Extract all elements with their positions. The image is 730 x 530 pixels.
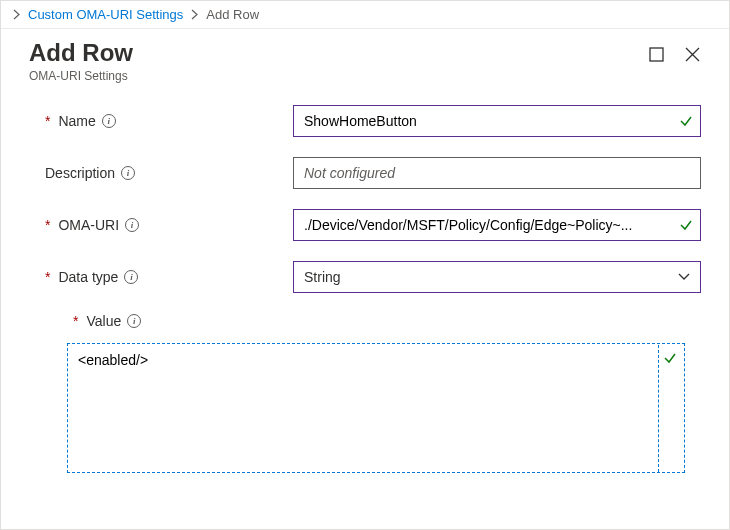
label-oma-uri: OMA-URI [58, 217, 119, 233]
info-icon[interactable]: i [125, 218, 139, 232]
select-value: String [304, 269, 678, 285]
info-icon[interactable]: i [121, 166, 135, 180]
info-icon[interactable]: i [102, 114, 116, 128]
required-asterisk: * [45, 217, 50, 233]
info-icon[interactable]: i [124, 270, 138, 284]
page-subtitle: OMA-URI Settings [29, 69, 133, 83]
panel-header: Add Row OMA-URI Settings [1, 29, 729, 87]
breadcrumb: Custom OMA-URI Settings Add Row [1, 1, 729, 29]
row-description: Description i [45, 157, 701, 189]
breadcrumb-current: Add Row [206, 7, 259, 22]
row-name: * Name i [45, 105, 701, 137]
page-title: Add Row [29, 39, 133, 67]
label-data-type: Data type [58, 269, 118, 285]
label-description: Description [45, 165, 115, 181]
data-type-select[interactable]: String [293, 261, 701, 293]
required-asterisk: * [45, 269, 50, 285]
form: * Name i Description i * OMA-URI i [1, 87, 729, 476]
maximize-icon[interactable] [647, 45, 665, 63]
name-input[interactable] [293, 105, 701, 137]
required-asterisk: * [73, 313, 78, 329]
svg-rect-0 [650, 48, 663, 61]
value-textarea-wrap [67, 343, 701, 476]
value-textarea[interactable] [67, 343, 685, 473]
close-icon[interactable] [683, 45, 701, 63]
row-value-label: * Value i [73, 313, 701, 329]
chevron-right-icon [13, 9, 20, 20]
chevron-right-icon [191, 9, 198, 20]
oma-uri-input[interactable] [293, 209, 701, 241]
label-value: Value [86, 313, 121, 329]
required-asterisk: * [45, 113, 50, 129]
info-icon[interactable]: i [127, 314, 141, 328]
chevron-down-icon [678, 273, 690, 281]
label-name: Name [58, 113, 95, 129]
row-oma-uri: * OMA-URI i [45, 209, 701, 241]
row-data-type: * Data type i String [45, 261, 701, 293]
breadcrumb-parent-link[interactable]: Custom OMA-URI Settings [28, 7, 183, 22]
description-input[interactable] [293, 157, 701, 189]
